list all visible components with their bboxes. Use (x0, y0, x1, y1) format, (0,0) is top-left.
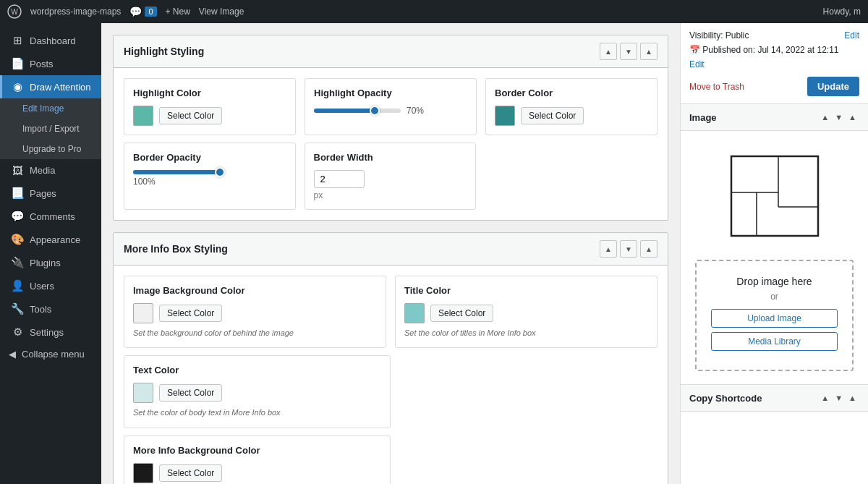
highlight-opacity-card: Highlight Opacity 70% (305, 78, 477, 135)
text-color-row: Select Color (133, 383, 381, 403)
sidebar-item-draw-attention[interactable]: ◉ Draw Attention (0, 75, 101, 98)
more-info-down-btn[interactable]: ▼ (620, 240, 637, 258)
highlight-opacity-slider-wrap: 70% (314, 106, 467, 116)
more-info-collapse-btn[interactable]: ▲ (640, 240, 658, 258)
highlight-opacity-track[interactable] (314, 109, 401, 113)
publish-body: Visibility: Public Edit 📅 Published on: … (681, 23, 868, 103)
collapse-menu-btn[interactable]: ◀ Collapse menu (0, 344, 101, 365)
text-color-select-btn[interactable]: Select Color (159, 384, 222, 402)
sidebar-item-settings[interactable]: ⚙ Settings (0, 320, 101, 344)
draw-attention-submenu: Edit Image Import / Export Upgrade to Pr… (0, 98, 101, 159)
sidebar-item-label: Pages (30, 188, 56, 199)
appearance-icon: 🎨 (11, 233, 24, 246)
highlight-controls-row2: Border Opacity 100% Border Width (124, 143, 476, 210)
sidebar-item-upgrade-pro[interactable]: Upgrade to Pro (0, 139, 101, 159)
more-info-bg-label: More Info Background Color (133, 445, 381, 456)
panel-controls: ▲ ▼ ▲ (600, 43, 658, 60)
publish-footer: Move to Trash Update (689, 77, 859, 96)
sidebar-item-comments[interactable]: 💬 Comments (0, 205, 101, 228)
users-icon: 👤 (11, 279, 24, 292)
panel-down-btn[interactable]: ▼ (620, 43, 637, 60)
image-section-up-btn[interactable]: ▲ (818, 111, 832, 123)
comments-count[interactable]: 💬 0 (129, 6, 156, 17)
highlight-color-row: Select Color (133, 106, 286, 126)
more-info-bg-select-btn[interactable]: Select Color (159, 464, 222, 482)
sidebar-item-tools[interactable]: 🔧 Tools (0, 297, 101, 320)
copy-shortcode-up-btn[interactable]: ▲ (818, 392, 832, 404)
panel-collapse-btn[interactable]: ▲ (640, 43, 658, 60)
move-to-trash-link[interactable]: Move to Trash (689, 82, 744, 92)
title-color-swatch (404, 303, 425, 323)
more-info-box-header: More Info Box Styling ▲ ▼ ▲ (114, 233, 668, 266)
sidebar-item-label: Comments (30, 211, 75, 222)
drop-zone: Drop image here or Upload Image Media Li… (695, 260, 854, 371)
panel-up-btn[interactable]: ▲ (600, 43, 617, 60)
highlight-opacity-thumb[interactable] (370, 106, 380, 116)
copy-shortcode-section: Copy Shortcode ▲ ▼ ▲ (681, 385, 868, 412)
border-width-input[interactable] (314, 170, 365, 188)
tools-icon: 🔧 (11, 302, 24, 315)
sidebar-item-label: Users (30, 281, 54, 292)
sidebar-item-dashboard[interactable]: ⊞ Dashboard (0, 29, 101, 52)
image-section-body: Drop image here or Upload Image Media Li… (681, 131, 868, 384)
title-color-select-btn[interactable]: Select Color (430, 305, 493, 322)
sidebar-item-appearance[interactable]: 🎨 Appearance (0, 228, 101, 251)
view-image-link[interactable]: View Image (199, 7, 244, 17)
published-edit-link[interactable]: Edit (689, 59, 705, 69)
floor-plan-svg (728, 153, 822, 239)
highlight-color-swatch (133, 106, 153, 126)
sidebar-item-pages[interactable]: 📃 Pages (0, 182, 101, 205)
sidebar-item-users[interactable]: 👤 Users (0, 274, 101, 297)
border-opacity-label: Border Opacity (133, 152, 286, 163)
import-export-label: Import / Export (22, 124, 80, 134)
comment-badge: 0 (145, 7, 156, 17)
border-color-row: Select Color (495, 106, 648, 126)
image-bg-color-select-btn[interactable]: Select Color (159, 305, 222, 322)
highlight-color-select-btn[interactable]: Select Color (159, 107, 222, 124)
drop-zone-title: Drop image here (711, 276, 838, 287)
highlight-styling-header: Highlight Styling ▲ ▼ ▲ (114, 35, 668, 68)
sidebar-item-posts[interactable]: 📄 Posts (0, 52, 101, 75)
sidebar-item-import-export[interactable]: Import / Export (0, 119, 101, 139)
copy-shortcode-collapse-btn[interactable]: ▲ (846, 392, 859, 404)
more-info-bg-swatch (133, 463, 153, 483)
text-color-card: Text Color Select Color Set the color of… (124, 355, 391, 428)
border-opacity-fill (133, 170, 220, 174)
published-date: 📅 Published on: Jul 14, 2022 at 12:11 (689, 45, 839, 55)
sidebar-item-media[interactable]: 🖼 Media (0, 159, 101, 182)
right-panel: Visibility: Public Edit 📅 Published on: … (680, 23, 868, 484)
border-color-select-btn[interactable]: Select Color (521, 107, 584, 124)
image-section-header: Image ▲ ▼ ▲ (681, 104, 868, 131)
upload-image-btn[interactable]: Upload Image (711, 309, 838, 328)
border-opacity-track[interactable] (133, 170, 220, 174)
image-section-down-btn[interactable]: ▼ (832, 111, 846, 123)
more-info-row2: Text Color Select Color Set the color of… (124, 355, 391, 428)
collapse-label: Collapse menu (22, 349, 85, 360)
border-width-unit: px (314, 190, 467, 200)
highlight-color-label: Highlight Color (133, 88, 286, 98)
site-name[interactable]: wordpress-image-maps (30, 7, 121, 17)
highlight-opacity-label: Highlight Opacity (314, 88, 467, 98)
more-info-box-body: Image Background Color Select Color Set … (114, 266, 668, 484)
copy-shortcode-down-btn[interactable]: ▼ (832, 392, 846, 404)
sidebar-item-edit-image[interactable]: Edit Image (0, 98, 101, 119)
copy-shortcode-title: Copy Shortcode (689, 393, 818, 404)
image-bg-color-swatch (133, 303, 153, 323)
border-color-card: Border Color Select Color (485, 78, 658, 135)
visibility-edit-link[interactable]: Edit (844, 30, 859, 41)
highlight-styling-body: Highlight Color Select Color Highlight O… (114, 68, 668, 220)
border-opacity-thumb[interactable] (215, 167, 225, 177)
more-info-box-title: More Info Box Styling (124, 243, 600, 255)
sidebar-item-plugins[interactable]: 🔌 Plugins (0, 251, 101, 274)
sidebar-item-label: Media (30, 165, 55, 176)
image-section-collapse-btn[interactable]: ▲ (846, 111, 859, 123)
dashboard-icon: ⊞ (11, 34, 24, 47)
update-btn[interactable]: Update (807, 77, 859, 96)
publish-section: Visibility: Public Edit 📅 Published on: … (681, 23, 868, 104)
new-post-btn[interactable]: + New (166, 7, 190, 17)
media-library-btn[interactable]: Media Library (711, 332, 838, 351)
comments-icon: 💬 (11, 210, 24, 223)
more-info-up-btn[interactable]: ▲ (600, 240, 617, 258)
copy-shortcode-header: Copy Shortcode ▲ ▼ ▲ (681, 385, 868, 411)
border-color-label: Border Color (495, 88, 648, 98)
